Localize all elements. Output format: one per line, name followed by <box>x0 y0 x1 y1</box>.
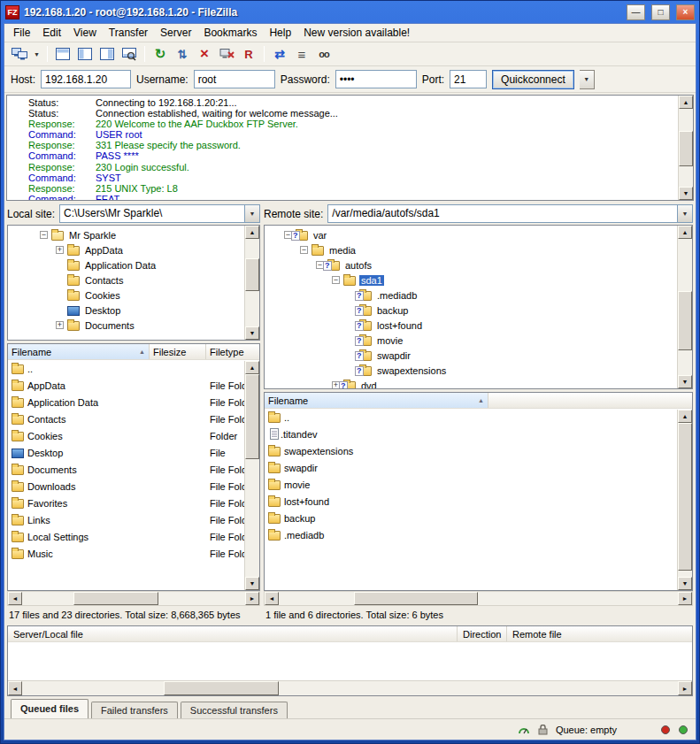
toggle-remote-tree-button[interactable] <box>96 44 118 64</box>
vscroll-thumb[interactable] <box>678 423 692 571</box>
file-row[interactable]: Music File Folder <box>8 545 244 562</box>
speed-limit-icon[interactable] <box>518 725 530 735</box>
tree-item-appdata[interactable]: + AppData <box>8 242 243 257</box>
expand-icon[interactable]: + <box>56 246 64 254</box>
tree-item-cookies[interactable]: Cookies <box>8 288 243 303</box>
file-row[interactable]: Local Settings File Folder <box>8 528 244 545</box>
scroll-down-button[interactable]: ▼ <box>245 577 259 590</box>
scroll-left-button[interactable]: ◄ <box>8 681 22 695</box>
scroll-right-button[interactable]: ► <box>678 681 692 695</box>
tree-item-mediadb[interactable]: .mediadb <box>265 288 676 303</box>
tree-item-movie[interactable]: movie <box>265 333 676 348</box>
maximize-button[interactable]: □ <box>651 4 670 20</box>
tab-queued-files[interactable]: Queued files <box>11 699 88 718</box>
column-header-filename[interactable]: Filename ▲ <box>8 344 150 359</box>
scroll-up-button[interactable]: ▲ <box>245 361 259 374</box>
minimize-button[interactable]: — <box>627 4 645 20</box>
quickconnect-dropdown-button[interactable]: ▼ <box>580 70 595 89</box>
column-header-filename[interactable]: Filename ▲ <box>265 393 488 408</box>
hscroll-track[interactable] <box>279 592 678 605</box>
local-site-path[interactable]: C:\Users\Mr Sparkle\ <box>60 205 244 222</box>
scroll-up-button[interactable]: ▲ <box>678 410 692 423</box>
port-input[interactable] <box>450 70 487 88</box>
combo-dropdown-button[interactable]: ▼ <box>677 205 692 222</box>
tree-item-documents[interactable]: + Documents <box>8 318 243 333</box>
file-row[interactable]: Favorites File Folder <box>8 495 244 511</box>
tree-item-dvd[interactable]: + dvd <box>265 378 676 388</box>
log-vscrollbar[interactable]: ▲ ▼ <box>678 96 693 200</box>
scroll-up-button[interactable]: ▲ <box>245 226 259 239</box>
vscroll-track[interactable] <box>678 239 692 375</box>
file-row[interactable]: swapdir <box>265 459 677 476</box>
file-row[interactable]: lost+found <box>265 493 677 510</box>
menu-edit[interactable]: Edit <box>36 25 67 41</box>
hscroll-track[interactable] <box>22 592 245 605</box>
remote-site-path[interactable]: /var/media/autofs/sda1 <box>328 205 677 222</box>
remote-tree-vscrollbar[interactable]: ▲ ▼ <box>677 226 692 388</box>
file-row[interactable]: Contacts File Folder <box>8 410 244 427</box>
column-header-filesize[interactable]: Filesize <box>150 344 206 359</box>
process-queue-button[interactable]: ⇅ <box>172 44 193 64</box>
file-row[interactable]: Links File Folder <box>8 511 244 528</box>
toggle-local-tree-button[interactable] <box>74 44 96 64</box>
menu-help[interactable]: Help <box>263 25 297 41</box>
file-row[interactable]: swapextensions <box>265 442 677 459</box>
file-row[interactable]: AppData File Folder <box>8 377 244 394</box>
tree-item-var[interactable]: − var <box>265 227 676 242</box>
scroll-up-button[interactable]: ▲ <box>678 226 692 239</box>
vscroll-thumb[interactable] <box>245 258 259 292</box>
vscroll-thumb[interactable] <box>245 374 259 459</box>
scroll-left-button[interactable]: ◄ <box>8 592 22 605</box>
disconnect-button[interactable] <box>216 44 237 64</box>
encryption-icon[interactable] <box>538 725 548 735</box>
toggle-queue-button[interactable] <box>119 44 140 64</box>
file-row[interactable]: .titandev <box>265 426 677 442</box>
tree-item-contacts[interactable]: Contacts <box>8 272 243 288</box>
hscroll-thumb[interactable] <box>354 592 478 605</box>
tree-item-autofs[interactable]: − autofs <box>265 257 676 272</box>
tree-item-backup[interactable]: backup <box>265 303 676 318</box>
column-header-server-local-file[interactable]: Server/Local file <box>8 626 458 641</box>
site-manager-dropdown-button[interactable]: ▼ <box>31 44 42 64</box>
menu-bookmarks[interactable]: Bookmarks <box>197 25 263 41</box>
file-row[interactable]: .. <box>265 409 677 426</box>
cancel-button[interactable]: × <box>194 44 215 64</box>
titlebar[interactable]: FZ 192.168.1.20 - root@192.168.1.20 - Fi… <box>4 1 696 23</box>
scroll-up-button[interactable]: ▲ <box>679 96 693 109</box>
menu-file[interactable]: File <box>7 25 36 41</box>
vscroll-track[interactable] <box>245 239 259 326</box>
combo-dropdown-button[interactable]: ▼ <box>244 205 259 222</box>
local-tree-vscrollbar[interactable]: ▲ ▼ <box>244 226 259 340</box>
tree-item-mr-sparkle[interactable]: − Mr Sparkle <box>8 227 243 242</box>
host-input[interactable] <box>41 70 131 88</box>
tree-item-swapdir[interactable]: swapdir <box>265 348 676 363</box>
tab-failed-transfers[interactable]: Failed transfers <box>91 702 178 718</box>
file-row[interactable]: Downloads File Folder <box>8 478 244 495</box>
menu-transfer[interactable]: Transfer <box>103 25 154 41</box>
tree-item-lost-found[interactable]: lost+found <box>265 318 676 333</box>
tab-successful-transfers[interactable]: Successful transfers <box>181 702 288 718</box>
site-manager-button[interactable] <box>9 44 30 64</box>
file-row[interactable]: Application Data File Folder <box>8 394 244 410</box>
scroll-down-button[interactable]: ▼ <box>245 326 259 340</box>
file-row[interactable]: movie <box>265 476 677 493</box>
collapse-icon[interactable]: − <box>300 246 308 254</box>
file-row[interactable]: Documents File Folder <box>8 461 244 478</box>
scroll-down-button[interactable]: ▼ <box>678 577 692 590</box>
hscroll-track[interactable] <box>22 681 678 695</box>
local-list-hscrollbar[interactable]: ◄ ► <box>7 591 260 606</box>
hscroll-thumb[interactable] <box>73 592 158 605</box>
collapse-icon[interactable]: − <box>332 276 340 284</box>
column-header-direction[interactable]: Direction <box>458 626 507 641</box>
collapse-icon[interactable]: − <box>40 231 48 239</box>
tree-item-swapextensions[interactable]: swapextensions <box>265 363 676 378</box>
scroll-right-button[interactable]: ► <box>678 592 692 605</box>
reconnect-button[interactable]: R <box>238 44 259 64</box>
vscroll-thumb[interactable] <box>679 131 693 166</box>
file-row[interactable]: Cookies Folder <box>8 427 244 444</box>
local-site-combo[interactable]: C:\Users\Mr Sparkle\ ▼ <box>59 204 260 223</box>
remote-site-combo[interactable]: /var/media/autofs/sda1 ▼ <box>327 204 693 223</box>
vscroll-track[interactable] <box>678 423 692 577</box>
directory-comparison-button[interactable]: ⇄ <box>269 44 290 64</box>
column-header-remote-file[interactable]: Remote file <box>507 626 692 641</box>
